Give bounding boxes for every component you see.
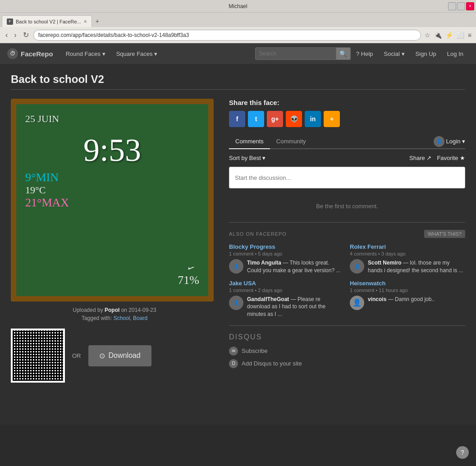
minimize-button[interactable]: — <box>448 2 456 10</box>
qr-download-row: OR ⊙ Download <box>11 329 218 383</box>
close-button[interactable]: × <box>466 2 474 10</box>
window-title: Michael <box>229 3 247 9</box>
also-on-title-0[interactable]: Blocky Progress <box>229 243 344 250</box>
extension-icon[interactable]: 🔌 <box>433 31 443 40</box>
subscribe-icon: ✉ <box>229 347 238 356</box>
chalk-arrow: ✓ <box>185 261 197 274</box>
first-comment: Be the first to comment. <box>229 194 465 219</box>
sort-button[interactable]: Sort by Best ▾ <box>229 155 265 161</box>
refresh-button[interactable]: ↻ <box>21 30 31 40</box>
tab-community[interactable]: Community <box>270 134 312 148</box>
disqus-section: DISQUS ✉ Subscribe D Add Disqus to your … <box>229 325 465 368</box>
qr-code <box>11 329 65 383</box>
add-disqus-label[interactable]: Add Disqus to your site <box>242 360 302 367</box>
avatar: 👤 <box>350 296 364 310</box>
login-avatar: 👤 <box>434 136 444 147</box>
facebook-share-button[interactable]: f <box>229 111 245 127</box>
discussion-input[interactable] <box>229 167 465 188</box>
upload-info: Uploaded by Popol on 2014-09-23 <box>11 307 218 313</box>
chalk-date: 25 JUIN <box>25 113 199 125</box>
share-small-button[interactable]: Share ↗ <box>409 155 431 161</box>
more-share-button[interactable]: + <box>324 111 340 127</box>
back-button[interactable]: ‹ <box>4 30 9 40</box>
tag-school[interactable]: School <box>114 315 130 321</box>
twitter-share-button[interactable]: t <box>248 111 264 127</box>
list-item: Jake USA 1 comment • 2 days ago 👤 Gandal… <box>229 280 344 318</box>
logo-text: FaceRepo <box>21 50 53 58</box>
page-divider <box>11 89 465 90</box>
bookmark-icon[interactable]: ☆ <box>424 31 431 40</box>
disqus-add-site: D Add Disqus to your site <box>229 359 465 368</box>
sign-up-link[interactable]: Sign Up <box>410 43 442 64</box>
new-tab-button[interactable]: + <box>92 15 103 27</box>
also-on-text-1: Scott Nemiro — lol. those are my hands i… <box>368 259 465 274</box>
also-on-section: ALSO ON FACEREPO WHAT'S THIS? Blocky Pro… <box>229 222 465 318</box>
chalk-percent: 71% <box>178 274 199 287</box>
maximize-button[interactable]: □ <box>457 2 465 10</box>
monitor-icon[interactable]: ⬜ <box>456 31 465 40</box>
watchface-image: 25 JUIN 9:53 9°MIN 19°C 21°MAX 71% ✓ <box>11 99 214 302</box>
disqus-icon: D <box>229 359 238 368</box>
disqus-subscribe: ✉ Subscribe <box>229 347 465 356</box>
help-link[interactable]: ? Help <box>351 43 379 64</box>
also-on-title-3[interactable]: Heisenwatch <box>350 280 465 287</box>
search-button[interactable]: 🔍 <box>336 47 351 60</box>
chalk-temp: 19°C <box>25 184 199 196</box>
also-on-title-1[interactable]: Rolex Ferrari <box>350 243 465 250</box>
also-on-text-0: Timo Anguita — This looks great. Could y… <box>247 259 344 274</box>
tag-board[interactable]: Board <box>133 315 147 321</box>
uploader-name: Popol <box>105 307 119 313</box>
chalk-max: 21°MAX <box>25 196 199 210</box>
list-item: Heisenwatch 1 comment • 11 hours ago 👤 v… <box>350 280 465 318</box>
download-icon: ⊙ <box>99 352 105 360</box>
tab-comments[interactable]: Comments <box>229 134 270 149</box>
also-on-text-3: vincois — Damn good job.. <box>368 296 435 310</box>
reddit-share-button[interactable]: 👽 <box>286 111 302 127</box>
share-buttons: f t g+ 👽 in + <box>229 111 465 127</box>
forward-button[interactable]: › <box>12 30 18 40</box>
chalk-time: 9:53 <box>25 134 199 166</box>
sort-row: Sort by Best ▾ Share ↗ Favorite ★ <box>229 155 465 161</box>
also-on-grid: Blocky Progress 1 comment • 5 days ago 👤… <box>229 243 465 318</box>
sidebar-item-square-faces[interactable]: Square Faces ▾ <box>111 43 163 64</box>
list-item: Blocky Progress 1 comment • 5 days ago 👤… <box>229 243 344 274</box>
download-button[interactable]: ⊙ Download <box>88 345 151 366</box>
left-panel: 25 JUIN 9:53 9°MIN 19°C 21°MAX 71% ✓ Upl… <box>11 99 218 383</box>
favorite-button[interactable]: Favorite ★ <box>437 155 465 161</box>
chalk-min: 9°MIN <box>25 171 199 184</box>
tags-row: Tagged with: School, Board <box>11 315 218 321</box>
avatar: 👤 <box>350 259 364 274</box>
also-on-meta-0: 1 comment • 5 days ago <box>229 251 344 256</box>
avatar: 👤 <box>229 259 243 274</box>
right-panel: Share this face: f t g+ 👽 in + Comments … <box>229 99 465 383</box>
also-on-text-2: GandalfTheGoat — Please re download as I… <box>247 296 344 318</box>
site-logo[interactable]: ⏱ FaceRepo <box>7 48 53 59</box>
tab-close-icon[interactable]: × <box>84 18 87 25</box>
search-input[interactable] <box>255 47 336 60</box>
login-button[interactable]: 👤 Login ▾ <box>434 136 465 147</box>
or-text: OR <box>72 352 81 359</box>
avatar: 👤 <box>229 296 243 310</box>
linkedin-share-button[interactable]: in <box>305 111 321 127</box>
also-on-meta-3: 1 comment • 11 hours ago <box>350 288 465 293</box>
googleplus-share-button[interactable]: g+ <box>267 111 283 127</box>
share-label: Share this face: <box>229 99 465 106</box>
subscribe-label[interactable]: Subscribe <box>242 347 268 354</box>
disqus-label: DISQUS <box>229 333 465 341</box>
sidebar-item-round-faces[interactable]: Round Faces ▾ <box>60 43 111 64</box>
addon-icon[interactable]: ⚡ <box>444 31 454 40</box>
also-on-meta-1: 4 comments • 3 days ago <box>350 251 465 256</box>
browser-tab[interactable]: F Back to school V2 | FaceRe... × <box>2 15 92 27</box>
also-on-meta-2: 1 comment • 2 days ago <box>229 288 344 293</box>
also-on-title-2[interactable]: Jake USA <box>229 280 344 287</box>
tab-favicon: F <box>7 18 13 25</box>
social-menu[interactable]: Social ▾ <box>379 43 410 64</box>
tab-title: Back to school V2 | FaceRe... <box>16 19 81 24</box>
whats-this-button[interactable]: WHAT'S THIS? <box>424 230 465 238</box>
address-input[interactable] <box>33 30 421 41</box>
page-title: Back to school V2 <box>11 73 465 86</box>
menu-icon[interactable]: ≡ <box>467 31 472 40</box>
logo-icon: ⏱ <box>7 48 18 59</box>
login-link[interactable]: Log In <box>442 43 469 64</box>
comments-tabs: Comments Community 👤 Login ▾ <box>229 134 465 149</box>
